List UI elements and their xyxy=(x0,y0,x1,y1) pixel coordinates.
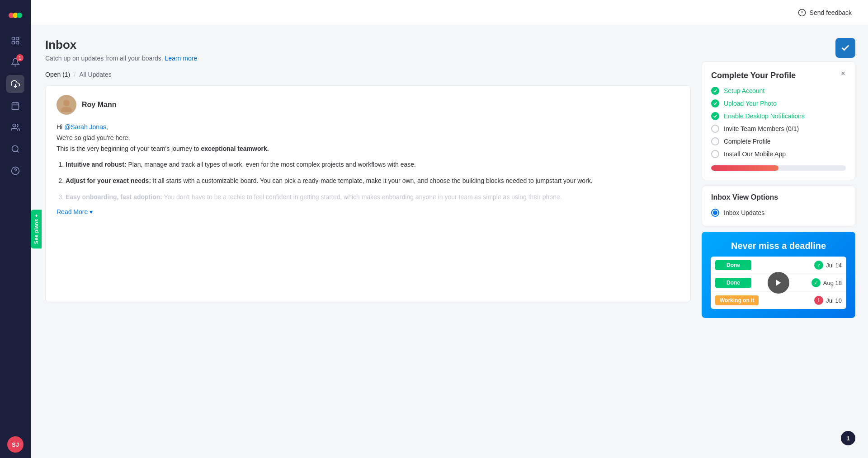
profile-item-upload-photo[interactable]: Upload Your Photo xyxy=(711,99,846,107)
message-line2: We're so glad you're here. xyxy=(57,133,679,144)
see-plans-btn[interactable]: See plans + xyxy=(31,210,42,248)
sidebar-item-inbox[interactable] xyxy=(6,75,24,93)
list-item-3: Easy onboarding, fast adoption: You don'… xyxy=(66,192,679,203)
sidebar-item-people[interactable] xyxy=(6,118,24,136)
deadline-date-2: ✓ Aug 18 xyxy=(811,278,842,287)
svg-rect-4 xyxy=(16,37,19,40)
inbox-view-item-label: Inbox Updates xyxy=(724,209,764,216)
status-badge-3: Working on it xyxy=(715,295,759,305)
profile-item-label-setup-account: Setup Account xyxy=(724,87,764,94)
filter-all-updates[interactable]: All Updates xyxy=(79,71,112,78)
message-mention: @Sarah Jonas xyxy=(64,123,106,131)
svg-point-12 xyxy=(13,124,16,127)
sidebar-item-search[interactable] xyxy=(6,140,24,158)
notification-badge: 1 xyxy=(16,54,24,61)
deadline-banner-title: Never miss a deadline xyxy=(711,241,846,251)
message-line3: This is the very beginning of your team'… xyxy=(57,144,679,154)
check-circle-install-app xyxy=(711,150,719,158)
svg-rect-5 xyxy=(12,42,15,44)
page-title: Inbox xyxy=(45,38,691,52)
inbox-view-options-title: Inbox View Options xyxy=(711,193,846,201)
profile-item-invite-team[interactable]: Invite Team Members (0/1) xyxy=(711,125,846,133)
message-author-name: Roy Mann xyxy=(82,101,116,109)
checkbox-icon-button[interactable] xyxy=(835,38,855,58)
svg-point-21 xyxy=(61,107,72,112)
svg-point-13 xyxy=(12,146,18,152)
profile-close-button[interactable]: × xyxy=(838,68,849,79)
message-body: Hi @Sarah Jonas, We're so glad you're he… xyxy=(57,122,679,203)
page-subtitle: Catch up on updates from all your boards… xyxy=(45,55,691,62)
feedback-icon xyxy=(798,9,806,17)
right-panel: Complete Your Profile × Setup Account Up… xyxy=(702,38,855,445)
status-badge-1: Done xyxy=(715,260,751,270)
message-list: Intuitive and robust: Plan, manage and t… xyxy=(66,159,679,202)
deadline-date-3: ! Jul 10 xyxy=(814,296,842,305)
svg-rect-8 xyxy=(12,103,19,109)
profile-progress-fill xyxy=(711,165,778,171)
svg-point-2 xyxy=(17,13,22,18)
deadline-row-3: Working on it ! Jul 10 xyxy=(711,292,846,309)
profile-item-complete-profile[interactable]: Complete Profile xyxy=(711,137,846,145)
content-area: Inbox Catch up on updates from all your … xyxy=(31,25,868,458)
message-header: Roy Mann xyxy=(57,95,679,115)
message-avatar xyxy=(57,95,76,115)
check-circle-invite-team xyxy=(711,125,719,133)
app-logo[interactable] xyxy=(7,5,24,23)
check-circle-upload-photo xyxy=(711,99,719,107)
profile-item-enable-notifications[interactable]: Enable Desktop Notifications xyxy=(711,112,846,120)
play-button[interactable] xyxy=(768,272,789,294)
sidebar-item-home[interactable] xyxy=(6,32,24,50)
topbar: Send feedback xyxy=(31,0,868,25)
profile-progress-bar xyxy=(711,165,846,171)
status-badge-2: Done xyxy=(715,278,751,288)
sidebar: 1 See plans + SJ xyxy=(0,0,31,458)
deadline-date-1: ✓ Jul 14 xyxy=(814,261,842,270)
svg-line-14 xyxy=(17,151,19,153)
send-feedback-button[interactable]: Send feedback xyxy=(793,6,857,19)
svg-point-20 xyxy=(63,100,70,106)
warn-icon-3: ! xyxy=(814,296,823,305)
profile-item-label-upload-photo: Upload Your Photo xyxy=(724,100,777,107)
user-avatar[interactable]: SJ xyxy=(7,436,24,453)
check-circle-setup-account xyxy=(711,87,719,95)
radio-inbox-updates[interactable] xyxy=(711,209,719,217)
profile-item-install-app[interactable]: Install Our Mobile App xyxy=(711,150,846,158)
learn-more-link[interactable]: Learn more xyxy=(165,55,198,62)
filter-open[interactable]: Open (1) xyxy=(45,71,70,78)
sidebar-item-notifications[interactable]: 1 xyxy=(6,53,24,71)
message-greeting: Hi @Sarah Jonas, xyxy=(57,122,679,133)
check-icon-1: ✓ xyxy=(814,261,823,270)
chevron-down-icon: ▾ xyxy=(90,208,93,215)
sidebar-item-help[interactable] xyxy=(6,162,24,180)
main-content: Send feedback Inbox Catch up on updates … xyxy=(31,0,868,458)
filter-separator: / xyxy=(74,71,75,78)
list-item-1: Intuitive and robust: Plan, manage and t… xyxy=(66,159,679,170)
inbox-view-item-updates[interactable]: Inbox Updates xyxy=(711,207,846,219)
deadline-table-wrap: Done ✓ Jul 14 Done ✓ Aug 18 xyxy=(711,257,846,309)
profile-card-title: Complete Your Profile xyxy=(711,71,846,80)
deadline-banner: Never miss a deadline Done ✓ Jul 14 xyxy=(702,232,855,318)
check-circle-enable-notifications xyxy=(711,112,719,120)
inbox-view-options-card: Inbox View Options Inbox Updates xyxy=(702,186,855,226)
profile-card: Complete Your Profile × Setup Account Up… xyxy=(702,61,855,180)
profile-item-label-install-app: Install Our Mobile App xyxy=(724,150,786,158)
svg-rect-3 xyxy=(12,37,15,40)
read-more-button[interactable]: Read More ▾ xyxy=(57,208,93,215)
left-panel: Inbox Catch up on updates from all your … xyxy=(45,38,691,445)
profile-item-label-invite-team: Invite Team Members (0/1) xyxy=(724,125,799,132)
svg-marker-22 xyxy=(776,280,781,286)
svg-rect-6 xyxy=(16,42,19,44)
message-card: Roy Mann Hi @Sarah Jonas, We're so glad … xyxy=(45,85,691,302)
sidebar-item-calendar[interactable] xyxy=(6,97,24,115)
profile-item-setup-account[interactable]: Setup Account xyxy=(711,87,846,95)
list-item-2: Adjust for your exact needs: It all star… xyxy=(66,176,679,187)
sidebar-nav: 1 xyxy=(6,32,24,436)
check-icon-2: ✓ xyxy=(811,278,821,287)
check-circle-complete-profile xyxy=(711,137,719,145)
profile-item-label-complete-profile: Complete Profile xyxy=(724,138,771,145)
profile-item-label-enable-notifications: Enable Desktop Notifications xyxy=(724,112,805,120)
notification-count-badge: 1 xyxy=(841,431,855,445)
filter-bar: Open (1) / All Updates xyxy=(45,71,691,78)
sidebar-bottom: SJ xyxy=(7,436,24,453)
